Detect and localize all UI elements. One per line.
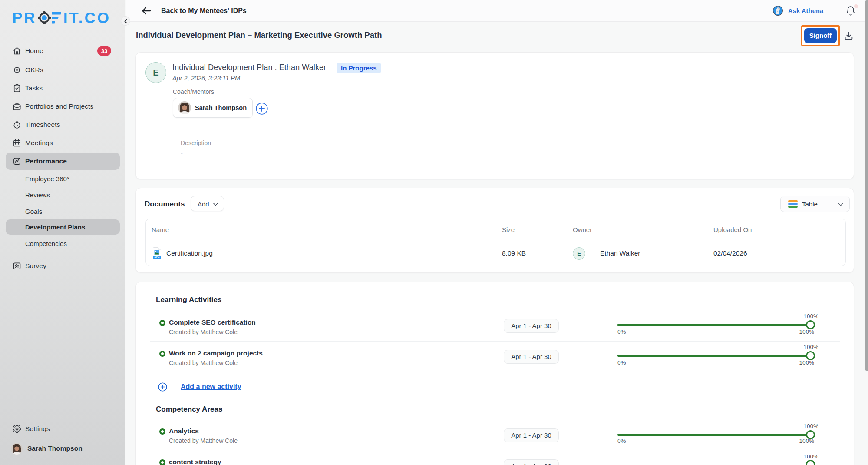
svg-text:.JPG: .JPG: [154, 256, 159, 258]
